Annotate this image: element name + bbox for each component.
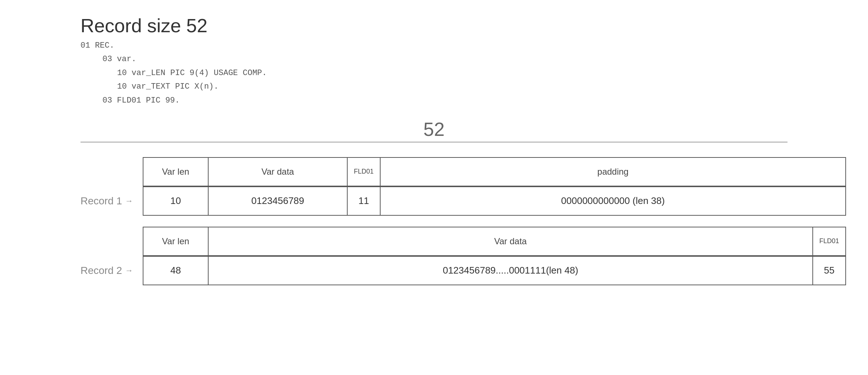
- code-line-0: 01 REC.: [81, 39, 846, 52]
- r1-data-padding: 0000000000000 (len 38): [381, 186, 846, 216]
- record2-label-area: Record 2 →: [81, 265, 143, 276]
- record1-data-cells: 10 0123456789 11 0000000000000 (len 38): [143, 186, 846, 216]
- record2-header-cells: Var len Var data FLD01: [143, 227, 846, 256]
- code-line-3: 10 var_TEXT PIC X(n).: [117, 80, 846, 93]
- r1-header-padding: padding: [381, 157, 846, 186]
- size-label: 52: [81, 118, 787, 140]
- r2-data-varlen: 48: [143, 256, 209, 285]
- record2-header-table: Var len Var data FLD01: [143, 227, 846, 256]
- code-line-4: 03 FLD01 PIC 99.: [102, 94, 846, 107]
- record1-label: Record 1 →: [81, 195, 133, 207]
- size-section: 52: [81, 118, 787, 142]
- record1-data-table: 10 0123456789 11 0000000000000 (len 38): [143, 186, 846, 216]
- r1-header-varlen: Var len: [143, 157, 209, 186]
- r2-header-varlen: Var len: [143, 227, 209, 256]
- size-line: [81, 142, 787, 142]
- record2-label-text: Record 2: [81, 265, 122, 276]
- record2-label: Record 2 →: [81, 265, 133, 276]
- r1-data-fld01: 11: [348, 186, 381, 216]
- record2-data-row: Record 2 → 48 0123456789.....0001111(len…: [81, 256, 846, 285]
- record1-data-row: Record 1 → 10 0123456789 11 000000000000…: [81, 186, 846, 216]
- r2-header-fld01: FLD01: [813, 227, 846, 256]
- r2-header-vardata: Var data: [209, 227, 813, 256]
- r2-data-vardata: 0123456789.....0001111(len 48): [209, 256, 813, 285]
- r1-data-vardata: 0123456789: [209, 186, 348, 216]
- record1-header-row: Var len Var data FLD01 padding: [81, 157, 846, 186]
- code-line-1: 03 var.: [102, 52, 846, 66]
- r1-data-varlen: 10: [143, 186, 209, 216]
- record2-data-cells: 48 0123456789.....0001111(len 48) 55: [143, 256, 846, 285]
- records-area: Var len Var data FLD01 padding Record 1 …: [81, 157, 846, 285]
- record2-group: Var len Var data FLD01 Record 2 → 48 012…: [81, 227, 846, 285]
- record2-data-table: 48 0123456789.....0001111(len 48) 55: [143, 256, 846, 285]
- record1-header-cells: Var len Var data FLD01 padding: [143, 157, 846, 186]
- cobol-code-block: 01 REC. 03 var. 10 var_LEN PIC 9(4) USAG…: [81, 39, 846, 107]
- record1-label-area: Record 1 →: [81, 195, 143, 207]
- record2-header-row: Var len Var data FLD01: [81, 227, 846, 256]
- record1-header-table: Var len Var data FLD01 padding: [143, 157, 846, 186]
- r2-data-fld01: 55: [813, 256, 846, 285]
- record1-label-text: Record 1: [81, 195, 122, 207]
- record1-group: Var len Var data FLD01 padding Record 1 …: [81, 157, 846, 216]
- code-line-2: 10 var_LEN PIC 9(4) USAGE COMP.: [117, 66, 846, 80]
- r1-header-vardata: Var data: [209, 157, 348, 186]
- record2-arrow: →: [125, 266, 133, 275]
- page-title: Record size 52: [81, 15, 846, 37]
- record1-arrow: →: [125, 196, 133, 206]
- r1-header-fld01: FLD01: [348, 157, 381, 186]
